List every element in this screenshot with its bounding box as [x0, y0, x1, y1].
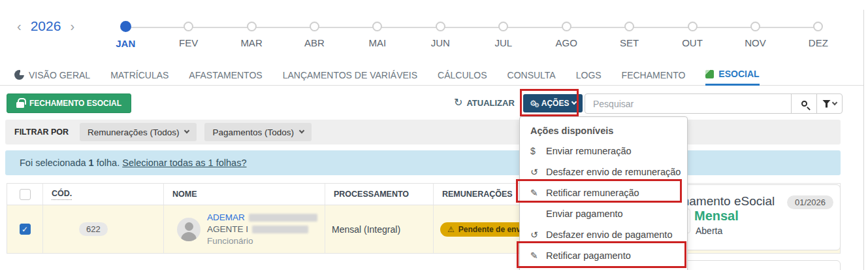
period-badge: 01/2026 — [787, 195, 833, 209]
dollar-icon: $ — [530, 141, 546, 161]
year-label[interactable]: 2026 — [31, 18, 61, 34]
cod-badge: 622 — [79, 222, 108, 236]
filter-label: FILTRAR POR — [14, 127, 69, 137]
month-dot-icon[interactable] — [688, 22, 698, 31]
employee-role: AGENTE I — [207, 224, 248, 234]
chevron-down-icon — [184, 128, 189, 133]
row-checkbox[interactable]: ✓ — [20, 224, 31, 235]
selection-info-bar: Foi selecionada 1 folha. Selecionar toda… — [5, 150, 841, 175]
selected-count: 1 — [89, 158, 94, 168]
menu-item-retificar-remuneracao[interactable]: ✎Retificar remuneração — [520, 182, 687, 203]
search-icon — [801, 101, 807, 107]
acoes-dropdown-button[interactable]: ⚙⚙ AÇÕES — [523, 94, 583, 112]
select-all-checkbox[interactable] — [20, 189, 31, 200]
card-status: Aberta — [696, 226, 722, 236]
card-frequency: Mensal — [694, 209, 739, 224]
avatar — [177, 218, 201, 241]
tab-calculos[interactable]: CÁLCULOS — [438, 65, 487, 86]
search-input[interactable] — [585, 94, 791, 113]
pagamentos-filter-dropdown[interactable]: Pagamentos (Todos) — [204, 123, 312, 141]
redacted-text — [249, 214, 317, 222]
month-dot-icon[interactable] — [750, 22, 760, 31]
month-mar[interactable]: MAR — [220, 20, 283, 49]
month-dot-icon[interactable] — [562, 22, 571, 31]
month-dez[interactable]: DEZ — [787, 20, 850, 49]
tab-matriculas[interactable]: MATRÍCULAS — [110, 65, 169, 86]
next-year-icon[interactable]: › — [70, 20, 74, 33]
month-fev[interactable]: FEV — [157, 20, 219, 49]
filter-row: FILTRAR POR Remunerações (Todos) Pagamen… — [5, 120, 841, 144]
month-dot-icon[interactable] — [120, 21, 131, 32]
undo-icon: ↺ — [530, 161, 546, 182]
tab-fechamento[interactable]: FECHAMENTO — [622, 65, 686, 86]
year-navigator: ‹ 2026 › — [17, 18, 74, 34]
col-header-processamento: PROCESSAMENTO — [325, 184, 434, 205]
tab-logs[interactable]: LOGS — [576, 65, 602, 86]
month-dot-icon[interactable] — [184, 22, 193, 31]
tab-afastamentos[interactable]: AFASTAMENTOS — [189, 65, 262, 86]
tab-consulta[interactable]: CONSULTA — [507, 65, 556, 86]
warning-icon: ⚠ — [447, 225, 455, 234]
search-button[interactable] — [791, 94, 816, 113]
refresh-icon: ↻ — [454, 97, 462, 108]
pie-chart-icon — [14, 70, 24, 80]
month-dot-icon[interactable] — [498, 22, 508, 31]
month-dot-icon[interactable] — [624, 22, 634, 31]
esocial-doc-icon — [705, 70, 714, 78]
filter-button[interactable] — [816, 94, 842, 113]
chevron-down-icon — [571, 99, 577, 105]
acoes-dropdown-menu: Ações disponíveis $Enviar remuneração ↺D… — [519, 116, 688, 270]
col-header-nome: NOME — [164, 184, 325, 205]
pencil-icon: ✎ — [530, 182, 546, 203]
chevron-down-icon — [832, 99, 837, 105]
month-dot-icon[interactable] — [310, 22, 319, 31]
fechamento-esocial-button[interactable]: FECHAMENTO ESOCIAL — [7, 93, 131, 113]
menu-item-enviar-pagamento[interactable]: Enviar pagamento — [520, 203, 687, 224]
select-all-link[interactable]: Selecionar todas as 1 folhas? — [122, 158, 246, 168]
month-dot-icon[interactable] — [813, 22, 823, 31]
month-dot-icon[interactable] — [372, 22, 382, 31]
employee-kind: Funcionário — [207, 236, 317, 246]
month-out[interactable]: OUT — [661, 20, 724, 49]
month-jul[interactable]: JUL — [472, 20, 535, 49]
tab-visao-geral[interactable]: VISÃO GERAL — [14, 65, 90, 86]
lock-icon — [16, 102, 24, 108]
month-abr[interactable]: ABR — [283, 20, 346, 49]
search-group — [585, 93, 843, 114]
col-header-cod[interactable]: CÓD. — [43, 184, 164, 205]
month-dot-icon[interactable] — [247, 22, 257, 31]
tab-lancamentos[interactable]: LANÇAMENTOS DE VARIÁVEIS — [283, 65, 417, 86]
chevron-down-icon — [299, 128, 304, 133]
gears-icon: ⚙⚙ — [530, 99, 537, 107]
prev-year-icon[interactable]: ‹ — [17, 20, 22, 33]
month-set[interactable]: SET — [598, 20, 660, 49]
menu-header: Ações disponíveis — [520, 121, 687, 141]
month-jun[interactable]: JUN — [409, 20, 472, 49]
employee-name-link[interactable]: ADEMAR — [207, 212, 245, 222]
undo-icon: ↺ — [530, 224, 546, 245]
right-panel-divider — [863, 10, 864, 270]
remuneracoes-filter-dropdown[interactable]: Remunerações (Todos) — [80, 123, 197, 141]
redacted-text — [252, 226, 308, 233]
tab-esocial[interactable]: ESOCIAL — [705, 65, 759, 86]
month-nov[interactable]: NOV — [724, 20, 786, 49]
pencil-icon: ✎ — [530, 245, 546, 266]
tab-bar: VISÃO GERAL MATRÍCULAS AFASTAMENTOS LANÇ… — [0, 65, 863, 86]
month-jan[interactable]: JAN — [94, 20, 157, 49]
menu-item-enviar-remuneracao[interactable]: $Enviar remuneração — [520, 141, 687, 161]
atualizar-button[interactable]: ↻ ATUALIZAR — [454, 97, 515, 108]
menu-item-desfazer-envio-pagamento[interactable]: ↺Desfazer envio de pagamento — [520, 224, 687, 245]
month-mai[interactable]: MAI — [346, 20, 409, 49]
month-timeline: JAN FEV MAR ABR MAI JUN JUL AGO SET OUT … — [94, 20, 850, 47]
filter-funnel-icon — [822, 100, 831, 108]
month-dot-icon[interactable] — [436, 22, 445, 31]
month-ago[interactable]: AGO — [535, 20, 598, 49]
menu-item-desfazer-envio-remuneracao[interactable]: ↺Desfazer envio de remuneração — [520, 161, 687, 182]
menu-item-retificar-pagamento[interactable]: ✎Retificar pagamento — [520, 245, 687, 266]
processamento-value: Mensal (Integral) — [332, 224, 400, 235]
